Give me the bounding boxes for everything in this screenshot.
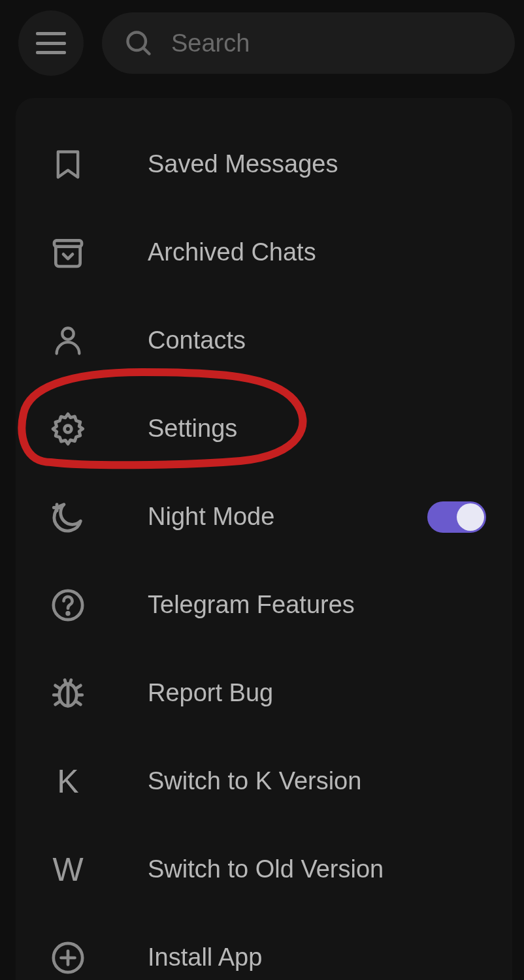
help-icon	[48, 586, 88, 625]
menu-label: Contacts	[148, 326, 486, 355]
svg-point-8	[67, 612, 69, 614]
toggle-knob	[457, 503, 484, 531]
menu-item-telegram-features[interactable]: Telegram Features	[16, 561, 512, 649]
svg-line-13	[56, 685, 60, 688]
gear-icon	[48, 409, 88, 449]
plus-circle-icon	[48, 938, 88, 977]
hamburger-icon	[36, 32, 66, 54]
letter-w-icon: W	[48, 850, 88, 889]
menu-label: Night Mode	[148, 503, 367, 531]
top-bar: Search	[0, 0, 524, 86]
letter-k-icon: K	[48, 762, 88, 801]
menu-label: Install App	[148, 943, 486, 972]
menu-item-install-app[interactable]: Install App	[16, 913, 512, 980]
svg-line-14	[76, 685, 80, 688]
svg-line-15	[56, 701, 60, 704]
menu-item-report-bug[interactable]: Report Bug	[16, 649, 512, 737]
menu-item-settings[interactable]: Settings	[16, 385, 512, 473]
main-menu: Saved Messages Archived Chats Contacts	[16, 98, 512, 980]
night-mode-toggle[interactable]	[427, 501, 486, 533]
moon-icon	[48, 498, 88, 537]
menu-label: Switch to K Version	[148, 767, 486, 795]
search-placeholder: Search	[171, 29, 250, 57]
menu-item-switch-k[interactable]: K Switch to K Version	[16, 737, 512, 825]
menu-item-contacts[interactable]: Contacts	[16, 296, 512, 385]
menu-label: Saved Messages	[148, 150, 486, 178]
menu-item-saved-messages[interactable]: Saved Messages	[16, 120, 512, 208]
svg-point-4	[65, 425, 72, 432]
menu-item-archived-chats[interactable]: Archived Chats	[16, 208, 512, 296]
bug-icon	[48, 674, 88, 713]
svg-line-18	[70, 680, 71, 684]
svg-line-17	[65, 680, 66, 684]
menu-label: Telegram Features	[148, 591, 486, 619]
bookmark-icon	[48, 145, 88, 184]
svg-rect-2	[54, 240, 82, 246]
person-icon	[48, 321, 88, 360]
menu-label: Archived Chats	[148, 238, 486, 266]
archive-icon	[48, 233, 88, 272]
search-icon	[124, 29, 153, 57]
search-bar[interactable]: Search	[102, 12, 515, 74]
menu-item-night-mode[interactable]: Night Mode	[16, 473, 512, 561]
menu-item-switch-old[interactable]: W Switch to Old Version	[16, 825, 512, 913]
svg-line-1	[143, 48, 149, 54]
svg-point-3	[62, 328, 73, 339]
menu-label: Settings	[148, 415, 486, 443]
menu-label: Report Bug	[148, 679, 486, 707]
svg-line-16	[76, 701, 80, 704]
menu-button[interactable]	[18, 10, 84, 76]
menu-label: Switch to Old Version	[148, 855, 486, 883]
